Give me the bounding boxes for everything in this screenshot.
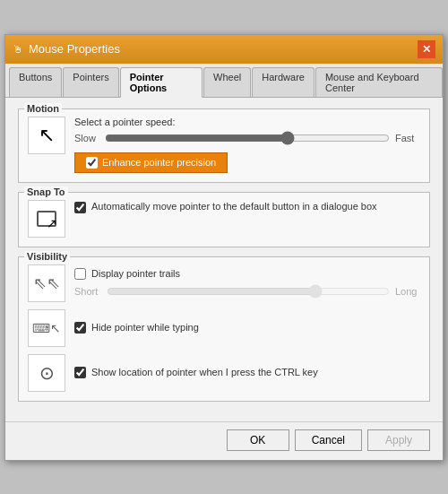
show-location-item: ⊙ Show location of pointer when I press … [28, 354, 420, 392]
motion-controls: Select a pointer speed: Slow Fast Enhanc… [74, 117, 420, 173]
tab-bar: Buttons Pointers Pointer Options Wheel H… [5, 64, 443, 98]
main-content: Motion ↖ Select a pointer speed: Slow Fa… [5, 98, 443, 421]
enhance-precision-checkbox[interactable] [86, 157, 98, 169]
trails-checkbox[interactable] [74, 268, 86, 280]
tab-pointers[interactable]: Pointers [63, 67, 118, 97]
show-location-icon-box: ⊙ [28, 354, 65, 392]
show-location-icon: ⊙ [39, 362, 55, 384]
pointer-arrow-icon: ↖ [39, 124, 55, 147]
trails-checkbox-row: Display pointer trails [74, 267, 420, 281]
hide-typing-icon-box: ⌨↖ [28, 309, 65, 347]
hide-typing-checkbox-row: Hide pointer while typing [74, 321, 420, 334]
visibility-section: Visibility ⇖⇖ Display pointer trails Sho… [18, 256, 430, 402]
snap-icon: ↗ [37, 211, 56, 227]
window-title: Mouse Properties [29, 42, 120, 56]
snap-row: ↗ Automatically move pointer to the defa… [28, 200, 420, 238]
trails-icon: ⇖⇖ [33, 273, 60, 293]
title-bar-left: 🖱 Mouse Properties [13, 42, 120, 56]
motion-row: ↖ Select a pointer speed: Slow Fast Enha… [28, 117, 420, 173]
hide-typing-checkbox[interactable] [74, 322, 86, 334]
enhance-precision-label: Enhance pointer precision [102, 157, 216, 168]
tab-keyboard-center[interactable]: Mouse and Keyboard Center [315, 67, 443, 97]
show-location-label: Show location of pointer when I press th… [91, 366, 318, 379]
speed-slider[interactable] [105, 131, 390, 145]
window-icon: 🖱 [13, 43, 23, 56]
enhance-precision-button[interactable]: Enhance pointer precision [74, 152, 228, 173]
snap-to-section-label: Snap To [24, 186, 68, 197]
apply-button[interactable]: Apply [367, 429, 430, 451]
hide-typing-label: Hide pointer while typing [91, 321, 199, 334]
ok-button[interactable]: OK [227, 429, 289, 451]
mouse-properties-window: 🖱 Mouse Properties ✕ Buttons Pointers Po… [4, 34, 444, 461]
visibility-section-label: Visibility [24, 251, 70, 262]
motion-section: Motion ↖ Select a pointer speed: Slow Fa… [18, 108, 430, 183]
speed-slider-row: Slow Fast [74, 131, 420, 145]
trails-item: ⇖⇖ Display pointer trails Short Long [28, 264, 420, 302]
motion-icon-box: ↖ [28, 117, 65, 154]
snap-icon-box: ↗ [28, 200, 65, 238]
bottom-bar: OK Cancel Apply [5, 421, 443, 460]
enhance-button-wrapper: Enhance pointer precision [74, 152, 420, 173]
tab-pointer-options[interactable]: Pointer Options [120, 67, 202, 98]
hide-typing-icon: ⌨↖ [32, 321, 61, 335]
tab-hardware[interactable]: Hardware [252, 67, 314, 97]
tab-wheel[interactable]: Wheel [203, 67, 251, 97]
trails-icon-box: ⇖⇖ [28, 264, 65, 302]
title-bar: 🖱 Mouse Properties ✕ [5, 35, 443, 64]
show-location-checkbox[interactable] [74, 367, 86, 378]
motion-section-label: Motion [24, 103, 62, 114]
snap-to-section: Snap To ↗ Automatically move pointer to … [18, 192, 430, 247]
trail-slider-row: Short Long [74, 284, 420, 299]
fast-label: Fast [395, 133, 420, 143]
snap-checkbox-row: Automatically move pointer to the defaul… [74, 200, 420, 213]
speed-label: Select a pointer speed: [74, 117, 420, 127]
long-label: Long [395, 286, 420, 297]
trails-controls: Display pointer trails Short Long [74, 267, 420, 299]
hide-typing-item: ⌨↖ Hide pointer while typing [28, 309, 420, 347]
trails-label: Display pointer trails [91, 267, 180, 281]
short-label: Short [74, 286, 101, 297]
cancel-button[interactable]: Cancel [295, 429, 362, 451]
tab-buttons[interactable]: Buttons [9, 67, 62, 97]
close-button[interactable]: ✕ [418, 40, 435, 58]
snap-label: Automatically move pointer to the defaul… [91, 200, 377, 213]
slow-label: Slow [74, 133, 99, 143]
show-location-checkbox-row: Show location of pointer when I press th… [74, 366, 420, 379]
trails-slider[interactable] [107, 284, 390, 299]
snap-checkbox[interactable] [74, 202, 86, 213]
